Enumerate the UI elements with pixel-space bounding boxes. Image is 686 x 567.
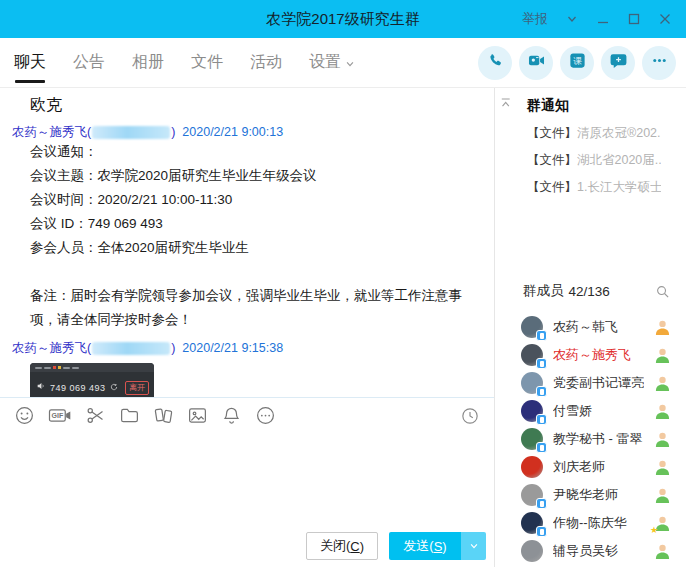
mobile-online-badge [536, 330, 547, 341]
message-timestamp: 2020/2/21 9:15:38 [182, 341, 283, 356]
send-button-key: S [434, 539, 443, 554]
member-row[interactable]: 刘庆老师 [495, 453, 686, 481]
input-toolbar: GIF [0, 397, 494, 433]
collapse-panel-icon[interactable] [499, 95, 512, 113]
tab-设置[interactable]: 设置 [309, 38, 355, 88]
member-row[interactable]: 农药～施秀飞 [495, 341, 686, 369]
tab-label: 文件 [191, 52, 223, 73]
message-sender-line: 农药～施秀飞()2020/2/21 9:00:13 [12, 125, 488, 140]
tab-label: 公告 [73, 52, 105, 73]
member-name: 作物--陈庆华 [553, 514, 644, 532]
member-name: 农药～施秀飞 [553, 346, 644, 364]
member-name: 尹晓华老师 [553, 486, 644, 504]
message-plus-button[interactable] [601, 46, 635, 80]
chat-panel: 欧克农药～施秀飞()2020/2/21 9:00:13会议通知：会议主题：农学院… [0, 88, 494, 567]
minimize-button[interactable] [596, 12, 610, 26]
tab-文件[interactable]: 文件 [191, 38, 223, 88]
report-button[interactable]: 举报 [522, 10, 548, 28]
shake-icon[interactable] [153, 405, 174, 426]
folder-icon[interactable] [119, 405, 140, 426]
member-name: 农药～韩飞 [553, 318, 644, 336]
refresh-icon [110, 376, 118, 397]
maximize-button[interactable] [627, 12, 641, 26]
message-timestamp: 2020/2/21 9:00:13 [182, 125, 283, 140]
phone-call-button[interactable] [478, 46, 512, 80]
member-name: 付雪娇 [553, 402, 644, 420]
message-input[interactable] [0, 433, 494, 525]
search-members-icon[interactable] [655, 284, 670, 299]
member-row[interactable]: 党委副书记谭亮 [495, 369, 686, 397]
chat-message-block: 会议通知：会议主题：农学院2020届研究生毕业生年级会议会议时间：2020/2/… [12, 140, 488, 332]
titlebar-controls: 举报 [522, 10, 686, 28]
toolbar-icons: GIF [14, 405, 276, 426]
send-options-chevron-button[interactable] [461, 532, 486, 560]
avatar [521, 316, 543, 338]
screenshot-icon[interactable] [85, 405, 106, 426]
tab-相册[interactable]: 相册 [132, 38, 164, 88]
member-row[interactable]: 作物--陈庆华★ [495, 509, 686, 537]
message-history-icon[interactable] [460, 406, 480, 426]
avatar [521, 512, 543, 534]
screenshot-statusbar [30, 363, 154, 372]
speaker-icon [36, 376, 46, 397]
close-chat-button[interactable]: 关闭(C) [306, 532, 378, 560]
tab-活动[interactable]: 活动 [250, 38, 282, 88]
send-button[interactable]: 发送(S) [389, 532, 461, 560]
close-button[interactable] [658, 12, 672, 26]
image-icon[interactable] [187, 405, 208, 426]
member-level-icon [654, 347, 671, 364]
group-members-title: 群成员 [523, 282, 564, 300]
video-call-button[interactable] [519, 46, 553, 80]
member-row[interactable]: 付雪娇 [495, 397, 686, 425]
chat-message-line: 备注：届时会有学院领导参加会议，强调毕业生毕业，就业等工作注意事项，请全体同学按… [30, 284, 488, 332]
more-actions-button[interactable] [642, 46, 676, 80]
statusbar-mark [72, 367, 79, 369]
gif-icon[interactable]: GIF [48, 405, 72, 426]
member-row[interactable]: 农药～韩飞 [495, 313, 686, 341]
chat-message-line: 会议通知： [30, 140, 488, 164]
group-notice-item[interactable]: 【文件】清原农冠®202... [527, 126, 661, 141]
tab-公告[interactable]: 公告 [73, 38, 105, 88]
star-badge-icon: ★ [650, 526, 658, 535]
message-sender-line: 农药～施秀飞()2020/2/21 9:15:38 [12, 341, 488, 356]
class-button[interactable]: 课 [560, 46, 594, 80]
tab-label: 设置 [309, 52, 341, 73]
titlebar: 农学院2017级研究生群 举报 [0, 0, 686, 38]
svg-text:GIF: GIF [52, 412, 64, 419]
bell-icon[interactable] [221, 405, 242, 426]
mobile-online-badge [536, 442, 547, 453]
mobile-online-badge [536, 526, 547, 537]
tab-聊天[interactable]: 聊天 [14, 38, 46, 88]
group-notice-item[interactable]: 【文件】湖北省2020届... [527, 153, 661, 168]
avatar [521, 344, 543, 366]
group-members-count: 42/136 [569, 284, 610, 299]
member-row[interactable]: 尹晓华老师 [495, 481, 686, 509]
mobile-online-badge [536, 498, 547, 509]
chat-message-line [30, 260, 488, 284]
phone-call-icon [486, 52, 504, 74]
member-name: 教学秘书 - 雷翠 [553, 430, 644, 448]
send-button-suffix: ) [442, 539, 446, 554]
meeting-id: 749 069 493 [50, 376, 106, 397]
header-action-buttons: 课 [478, 46, 686, 80]
chat-message-line: 会议时间：2020/2/21 10:00-11:30 [30, 188, 488, 212]
meeting-screenshot-image[interactable]: 749 069 493离开 [30, 363, 154, 397]
sender-name[interactable]: 农药～施秀飞( [12, 341, 91, 356]
close-button-label: 关闭( [320, 537, 350, 555]
member-row[interactable]: 辅导员吴钐 [495, 537, 686, 565]
qq-group-chat-window: 农学院2017级研究生群 举报 聊天公告相册文件活动设置 课 欧克农药～施秀飞(… [0, 0, 686, 567]
notice-item-type: 【文件】 [527, 126, 577, 140]
titlebar-chevron-down-icon[interactable] [565, 12, 579, 26]
member-row[interactable]: 教学秘书 - 雷翠 [495, 425, 686, 453]
notice-item-text: 湖北省2020届... [577, 153, 661, 167]
group-notice-item[interactable]: 【文件】1.长江大学硕士... [527, 180, 661, 195]
sender-name[interactable]: 农药～施秀飞( [12, 125, 91, 140]
statusbar-mark [58, 366, 61, 369]
more-icon[interactable] [255, 405, 276, 426]
emoji-icon[interactable] [14, 405, 35, 426]
chat-message-line: 参会人员：全体2020届研究生毕业生 [30, 236, 488, 260]
notice-item-type: 【文件】 [527, 153, 577, 167]
member-name: 辅导员吴钐 [553, 542, 644, 560]
chevron-down-icon [345, 55, 355, 73]
avatar [521, 540, 543, 562]
